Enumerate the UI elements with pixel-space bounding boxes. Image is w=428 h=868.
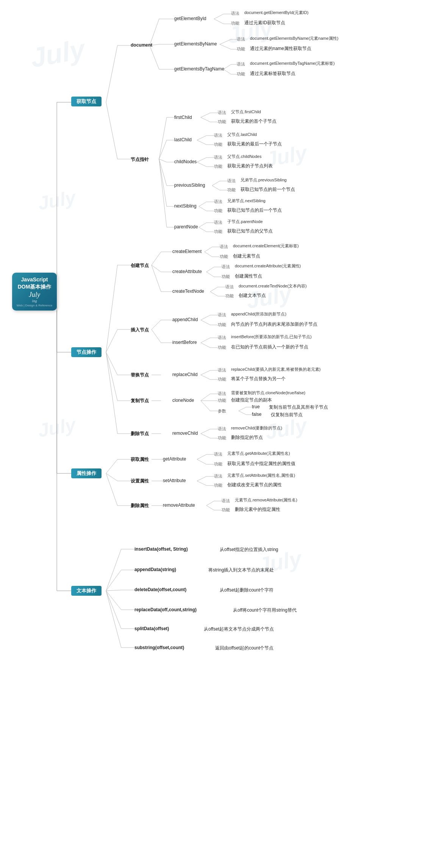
node-setattr-label: 设置属性 (131, 478, 149, 484)
node-getElementsByName: getElementsByName (174, 41, 217, 47)
func-childNodes: 获取元素的子节点列表 (227, 163, 273, 169)
tag-func-ca: 功能 (222, 274, 230, 279)
tag-func-ps: 功能 (227, 187, 236, 193)
func-createTextNode: 创建文本节点 (239, 292, 266, 299)
svg-line-144 (206, 501, 214, 506)
tag-syntax-lc: 语法 (214, 133, 222, 138)
svg-line-44 (197, 158, 206, 162)
code-setAttribute-syntax: 元素节点.setAttribute(属性名,属性值) (227, 473, 295, 478)
code-cloneNode-syntax: 需要被复制的节点.cloneNode(true/false) (231, 390, 305, 396)
param-false: false (252, 412, 261, 417)
tag-syntax-rma: 语法 (222, 498, 230, 504)
desc-insertData: 从offset指定的位置插入string (220, 546, 278, 553)
node-create-label: 创建节点 (131, 262, 149, 269)
tag-func-cn: 功能 (214, 164, 222, 169)
desc-appendData: 将string插入到文本节点的末尾处 (208, 567, 274, 573)
node-splitData: splitData(offset) (134, 626, 169, 631)
node-previousSibling: previousSibling (174, 183, 205, 188)
svg-line-36 (159, 140, 167, 159)
svg-line-150 (106, 570, 121, 591)
func-removeAttribute: 删除元素中的指定属性 (235, 506, 280, 513)
tag-func-ga: 功能 (214, 461, 222, 467)
node-createElement: createElement (172, 249, 202, 254)
tag-syntax-ca: 语法 (222, 264, 230, 270)
svg-line-154 (106, 591, 121, 610)
code-replaceChild-syntax: replaceChild(要插入的新元素,将被替换的老元素) (231, 367, 321, 372)
tag-syntax-ga: 语法 (214, 451, 222, 457)
root-logo: July (29, 291, 40, 299)
svg-line-40 (197, 140, 206, 145)
svg-line-125 (201, 434, 210, 438)
code-parentNode-syntax: 子节点.parentNode (227, 219, 263, 225)
svg-line-78 (205, 247, 212, 252)
svg-line-32 (201, 113, 210, 117)
tag-func-ac: 功能 (218, 322, 226, 328)
tag-syntax-ac: 语法 (218, 312, 226, 318)
svg-line-102 (201, 338, 210, 343)
tag-func-ctn: 功能 (225, 293, 234, 299)
code-createAttribute-syntax: document.createAttribute(元素属性) (235, 263, 301, 269)
svg-line-28 (223, 69, 231, 74)
svg-line-118 (239, 407, 246, 411)
code-createTextNode-syntax: document.createTextNode(文本内容) (239, 283, 307, 289)
svg-line-127 (106, 459, 117, 473)
tag-syntax-ib: 语法 (218, 335, 226, 340)
svg-line-139 (197, 476, 206, 481)
watermark-1: July (28, 33, 87, 73)
code-lastChild-syntax: 父节点.lastChild (227, 132, 257, 137)
svg-line-30 (159, 117, 167, 159)
node-removeChild: removeChild (172, 431, 198, 436)
svg-line-56 (199, 202, 206, 206)
node-getElementsByTagName: getElementsByTagName (174, 66, 224, 72)
svg-line-48 (159, 159, 167, 186)
tag-func-3: 功能 (237, 71, 245, 77)
desc-replaceData: 从off将count个字符用string替代 (233, 607, 297, 614)
func-replaceChild: 将某个子节点替换为另一个 (231, 376, 286, 382)
svg-line-131 (106, 473, 117, 506)
svg-line-52 (212, 186, 220, 190)
svg-line-34 (201, 117, 210, 122)
code-firstChild-syntax: 父节点.firstChild (231, 109, 261, 115)
func-removeChild: 删除指定的节点 (231, 434, 263, 441)
root-subtitle: DOM基本操作 (18, 283, 52, 290)
tag-func-ns: 功能 (214, 208, 222, 214)
tag-syntax-1: 语法 (231, 11, 239, 16)
node-document: document (131, 42, 152, 48)
func-firstChild: 获取元素的首个子节点 (231, 118, 276, 125)
code-removeChild-syntax: removeChild(要删除的节点) (231, 425, 282, 431)
svg-line-84 (206, 267, 214, 272)
node-insertData: insertData(offset, String) (134, 546, 188, 552)
tag-syntax-ctn: 语法 (225, 284, 234, 290)
tag-syntax-clone: 语法 (218, 391, 226, 397)
tag-syntax-3: 语法 (237, 61, 245, 67)
svg-line-136 (197, 459, 206, 464)
svg-line-120 (239, 411, 246, 415)
func-cloneNode: 创建指定节点的副本 (231, 397, 272, 403)
node-replaceData: replaceData(off,count,string) (134, 607, 197, 612)
svg-line-88 (152, 265, 161, 292)
param-true-desc: 复制当前节点及其所有子节点 (269, 404, 328, 411)
svg-line-20 (220, 39, 231, 44)
svg-line-104 (201, 343, 210, 348)
svg-line-22 (220, 44, 231, 49)
node-parentNode: parentNode (174, 224, 198, 229)
tag-func-pn: 功能 (214, 229, 222, 234)
svg-line-66 (106, 265, 117, 352)
node-createTextNode: createTextNode (172, 289, 204, 294)
func-getElementsByTagName: 通过元素标签获取节点 (250, 70, 295, 77)
desc-substring: 返回由offset起的count个节点 (215, 645, 274, 651)
func-parentNode: 获取已知节点的父节点 (227, 228, 273, 234)
code-getElementById-syntax: document.getElementById(元素ID) (244, 10, 308, 16)
svg-line-92 (210, 292, 218, 296)
svg-line-100 (152, 329, 161, 343)
code-nextSibling-syntax: 兄弟节点.nextSibling (227, 198, 266, 204)
connector-lines (0, 0, 428, 868)
func-insertBefore: 在已知的子节点前插入一个新的子节点 (231, 344, 308, 350)
code-createElement-syntax: document.createElement(元素标签) (233, 243, 299, 249)
svg-line-146 (206, 506, 214, 510)
code-childNodes-syntax: 父节点.childNodes (227, 154, 261, 159)
node-setAttribute: setAttribute (163, 478, 186, 483)
svg-line-123 (201, 429, 210, 434)
svg-line-158 (106, 591, 121, 648)
category-attr-op: 属性操作 (71, 468, 102, 478)
